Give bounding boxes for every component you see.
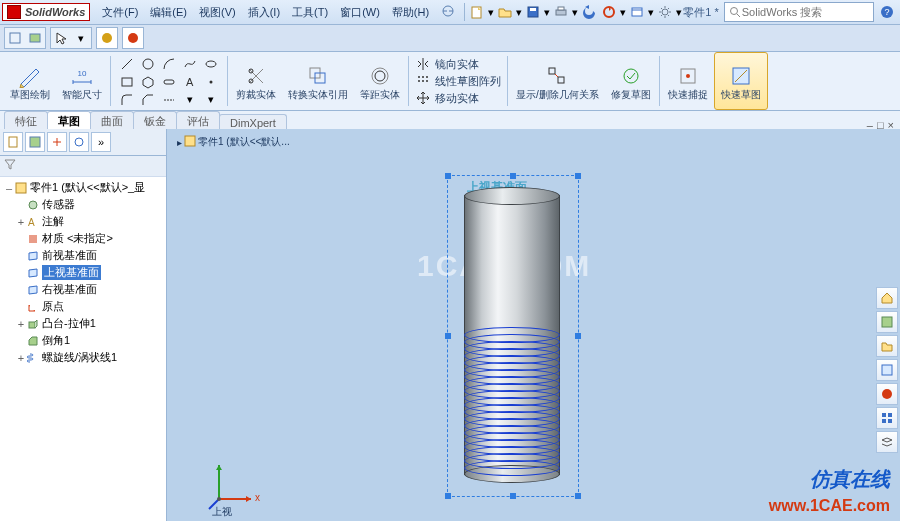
taskpane-design-icon[interactable] [876,311,898,333]
feature-tree[interactable]: – 零件1 (默认<<默认>_显 传感器 +A 注解 材质 <未指定> 前视基准… [0,177,166,521]
ribbon-mirror[interactable]: 镜向实体 [411,56,505,73]
more-icon[interactable]: ▾ [180,91,200,108]
ribbon-sketch[interactable]: 草图绘制 [4,52,56,110]
svg-point-47 [75,138,83,146]
dropdown-icon[interactable]: ▾ [71,28,91,48]
qat-new-icon[interactable] [468,3,486,21]
menu-insert[interactable]: 插入(I) [242,5,286,20]
slot-icon[interactable] [159,73,179,90]
floating-tree-root[interactable]: ▸ 零件1 (默认<<默认... [177,135,290,149]
filter-row [0,156,166,177]
cylinder-model[interactable] [464,187,560,483]
line-icon[interactable] [117,55,137,72]
tab-evaluate[interactable]: 评估 [176,111,220,131]
tab-surface[interactable]: 曲面 [90,111,134,131]
qat-options-icon[interactable] [628,3,646,21]
ribbon-display[interactable]: 显示/删除几何关系 [510,52,605,110]
graphics-area[interactable]: ▸ 零件1 (默认<<默认... 1CAE.COM 上视基准面 [167,129,900,521]
ribbon-quick[interactable]: 快速捕捉 [662,52,714,110]
tree-extrude[interactable]: + 凸台-拉伸1 [2,315,164,332]
tree-tab-pm[interactable] [25,132,45,152]
tree-chamfer[interactable]: 倒角1 [2,332,164,349]
qat-print-icon[interactable] [552,3,570,21]
view-btn-2[interactable] [25,28,45,48]
ellipse-icon[interactable] [201,55,221,72]
svg-rect-34 [558,77,564,83]
ribbon-convert[interactable]: 转换实体引用 [282,52,354,110]
tree-tab-fm[interactable] [3,132,23,152]
menu-edit[interactable]: 编辑(E) [144,5,193,20]
ribbon-rapid[interactable]: 快速草图 [714,52,768,110]
filter-icon[interactable] [4,158,20,174]
svg-text:?: ? [884,7,889,17]
tree-right-plane[interactable]: 右视基准面 [2,281,164,298]
point-icon[interactable] [201,73,221,90]
spline-icon[interactable] [180,55,200,72]
taskpane-layers-icon[interactable] [876,431,898,453]
centerline-icon[interactable] [159,91,179,108]
qat-undo-icon[interactable] [580,3,598,21]
tree-material[interactable]: 材质 <未指定> [2,230,164,247]
taskpane-home-icon[interactable] [876,287,898,309]
menu-tools[interactable]: 工具(T) [286,5,334,20]
svg-rect-3 [530,8,536,11]
menu-file[interactable]: 文件(F) [96,5,144,20]
ribbon-repair[interactable]: 修复草图 [605,52,657,110]
view-orientation-label: 上视 [212,505,232,519]
ribbon-move[interactable]: 移动实体 [411,90,505,107]
ribbon-offset[interactable]: 等距实体 [354,52,406,110]
sel-handle[interactable] [445,493,451,499]
menu-window[interactable]: 窗口(W) [334,5,386,20]
sel-handle[interactable] [445,333,451,339]
taskpane-appear-icon[interactable] [876,383,898,405]
circle-icon[interactable] [138,55,158,72]
search-box[interactable] [724,2,874,22]
taskpane-view-icon[interactable] [876,359,898,381]
view-btn-1[interactable] [5,28,25,48]
arc-icon[interactable] [159,55,179,72]
menu-help[interactable]: 帮助(H) [386,5,435,20]
menu-link-icon[interactable] [435,4,461,20]
qat-settings-icon[interactable] [656,3,674,21]
sel-handle[interactable] [445,173,451,179]
tree-top-plane[interactable]: 上视基准面 [2,264,164,281]
more2-icon[interactable]: ▾ [201,91,221,108]
sel-handle[interactable] [510,493,516,499]
rect-icon[interactable] [117,73,137,90]
svg-point-29 [426,76,428,78]
color-icon[interactable] [122,27,144,49]
fillet-icon[interactable] [117,91,137,108]
taskpane-custom-icon[interactable] [876,407,898,429]
sel-handle[interactable] [575,493,581,499]
ribbon-trim[interactable]: 剪裁实体 [230,52,282,110]
qat-save-icon[interactable] [524,3,542,21]
tree-origin[interactable]: 原点 [2,298,164,315]
sel-handle[interactable] [575,333,581,339]
cursor-icon[interactable] [51,28,71,48]
help-icon[interactable]: ? [878,3,896,21]
ribbon-smartdim[interactable]: 10 智能尺寸 [56,52,108,110]
ribbon-pattern[interactable]: 线性草图阵列 [411,73,505,90]
taskpane-file-icon[interactable] [876,335,898,357]
qat-rebuild-icon[interactable] [600,3,618,21]
tree-tab-cfg[interactable] [47,132,67,152]
sel-handle[interactable] [575,173,581,179]
sel-handle[interactable] [510,173,516,179]
tab-sheetmetal[interactable]: 钣金 [133,111,177,131]
tab-features[interactable]: 特征 [4,111,48,131]
search-input[interactable] [740,5,869,19]
tree-sensors[interactable]: 传感器 [2,196,164,213]
tab-sketch[interactable]: 草图 [47,111,91,131]
param-icon[interactable] [96,27,118,49]
qat-open-icon[interactable] [496,3,514,21]
tree-tab-more[interactable]: » [91,132,111,152]
tree-helix[interactable]: + 螺旋线/涡状线1 [2,349,164,366]
poly-icon[interactable] [138,73,158,90]
tree-root[interactable]: – 零件1 (默认<<默认>_显 [2,179,164,196]
tree-annotations[interactable]: +A 注解 [2,213,164,230]
tree-front-plane[interactable]: 前视基准面 [2,247,164,264]
tree-tab-dx[interactable] [69,132,89,152]
text-icon[interactable]: A [180,73,200,90]
chamfer-tool-icon[interactable] [138,91,158,108]
menu-view[interactable]: 视图(V) [193,5,242,20]
